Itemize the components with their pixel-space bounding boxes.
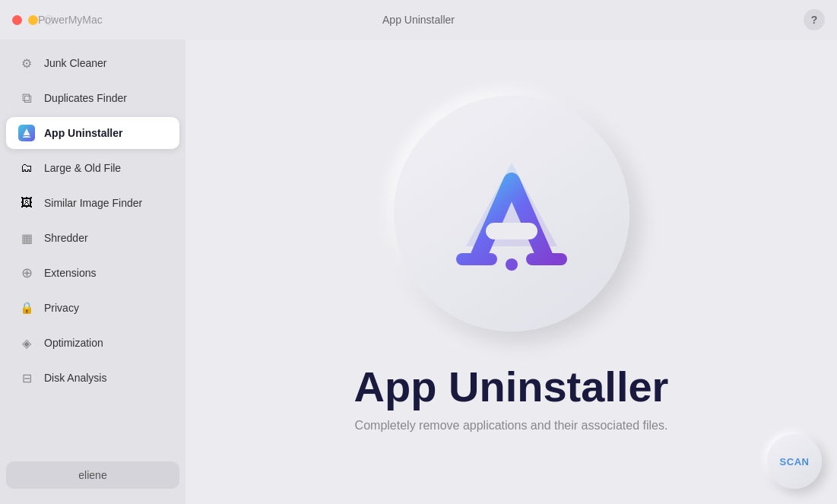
titlebar: PowerMyMac App Uninstaller ? xyxy=(0,0,837,40)
sidebar-item-duplicates-label: Duplicates Finder xyxy=(44,92,127,104)
app-icon-container xyxy=(394,96,629,331)
sidebar-item-privacy[interactable]: Privacy xyxy=(6,292,179,324)
sidebar-item-large-old-file[interactable]: Large & Old File xyxy=(6,152,179,184)
scan-button[interactable]: SCAN xyxy=(767,434,822,489)
svg-rect-0 xyxy=(24,136,29,138)
minimize-button[interactable] xyxy=(28,15,38,25)
privacy-icon xyxy=(18,300,35,316)
sidebar-item-image-label: Similar Image Finder xyxy=(44,197,142,209)
app-name: PowerMyMac xyxy=(38,14,103,26)
gear-icon xyxy=(18,55,35,71)
app-title: App Uninstaller xyxy=(354,362,669,411)
sidebar-item-privacy-label: Privacy xyxy=(44,302,79,314)
app-description: Completely remove applications and their… xyxy=(355,419,668,433)
optimization-icon xyxy=(18,334,35,351)
content-area: App Uninstaller Completely remove applic… xyxy=(185,40,837,504)
svg-point-3 xyxy=(506,258,518,271)
help-button[interactable]: ? xyxy=(804,9,825,30)
sidebar-item-shredder[interactable]: Shredder xyxy=(6,222,179,254)
sidebar-item-optimization[interactable]: Optimization xyxy=(6,327,179,359)
sidebar-item-extensions-label: Extensions xyxy=(44,267,96,279)
sidebar-item-extensions[interactable]: Extensions xyxy=(6,257,179,289)
sidebar-item-shredder-label: Shredder xyxy=(44,232,88,244)
sidebar-item-optimization-label: Optimization xyxy=(44,337,103,349)
app-store-svg xyxy=(439,141,584,286)
image-finder-icon xyxy=(18,195,35,211)
sidebar-item-large-label: Large & Old File xyxy=(44,162,121,174)
app-uninstaller-icon xyxy=(18,125,35,141)
sidebar-item-app-uninstaller[interactable]: App Uninstaller xyxy=(6,117,179,149)
sidebar: Junk Cleaner Duplicates Finder App Un xyxy=(0,40,185,504)
svg-rect-2 xyxy=(29,137,31,138)
sidebar-item-disk-analysis[interactable]: Disk Analysis xyxy=(6,362,179,394)
main-layout: Junk Cleaner Duplicates Finder App Un xyxy=(0,40,837,504)
close-button[interactable] xyxy=(12,15,22,25)
shredder-icon xyxy=(18,230,35,246)
sidebar-item-junk-cleaner[interactable]: Junk Cleaner xyxy=(6,47,179,79)
sidebar-item-similar-image[interactable]: Similar Image Finder xyxy=(6,187,179,219)
user-button[interactable]: eliene xyxy=(6,461,179,489)
scan-button-container: SCAN xyxy=(767,434,822,489)
svg-rect-1 xyxy=(23,137,25,138)
extensions-icon xyxy=(18,265,35,281)
sidebar-item-disk-label: Disk Analysis xyxy=(44,372,106,384)
window-title: App Uninstaller xyxy=(382,14,455,26)
sidebar-footer: eliene xyxy=(0,455,185,498)
sidebar-item-app-uninstaller-label: App Uninstaller xyxy=(44,127,122,139)
sidebar-item-duplicates-finder[interactable]: Duplicates Finder xyxy=(6,82,179,114)
disk-analysis-icon xyxy=(18,369,35,386)
large-file-icon xyxy=(18,160,35,176)
duplicate-icon xyxy=(18,90,35,106)
sidebar-item-junk-cleaner-label: Junk Cleaner xyxy=(44,57,107,69)
